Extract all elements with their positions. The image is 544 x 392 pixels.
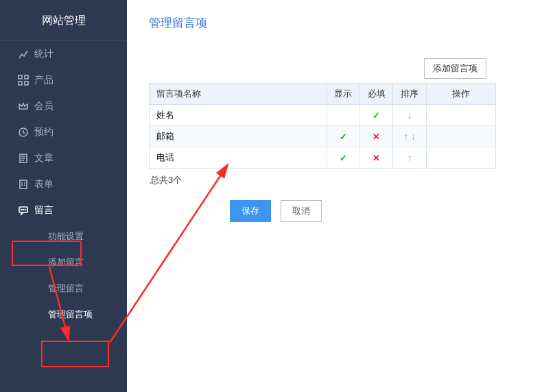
sidebar-item-stats[interactable]: 统计 xyxy=(0,41,127,67)
th-op: 操作 xyxy=(426,84,495,105)
cell-op[interactable] xyxy=(426,147,495,169)
clock-icon xyxy=(18,127,34,138)
cross-icon: ✕ xyxy=(372,132,380,142)
form-icon xyxy=(18,179,34,190)
sidebar-item-articles[interactable]: 文章 xyxy=(0,145,127,171)
add-item-button[interactable]: 添加留言项 xyxy=(424,58,486,79)
svg-point-10 xyxy=(25,210,26,210)
grid-icon xyxy=(18,75,34,86)
cell-req: ✕ xyxy=(360,126,393,147)
sidebar: 网站管理 统计 产品 会员 预约 文章 表单 xyxy=(0,0,127,392)
sidebar-item-label: 留言 xyxy=(34,204,54,217)
page-title: 管理留言项 xyxy=(149,15,530,31)
sidebar-subitem-manage-messages[interactable]: 管理留言 xyxy=(0,275,127,302)
sidebar-item-forms[interactable]: 表单 xyxy=(0,171,127,197)
sidebar-item-label: 表单 xyxy=(34,178,54,191)
sidebar-subitem-label: 功能设置 xyxy=(48,230,84,243)
sidebar-title: 网站管理 xyxy=(0,0,127,41)
sidebar-item-messages[interactable]: 留言 xyxy=(0,197,127,223)
cell-sort: ↓ xyxy=(393,105,426,126)
check-icon: ✓ xyxy=(340,132,347,142)
cancel-button[interactable]: 取消 xyxy=(281,200,322,222)
cell-op[interactable] xyxy=(426,126,495,147)
sidebar-item-members[interactable]: 会员 xyxy=(0,93,127,119)
crown-icon xyxy=(18,101,34,112)
sidebar-item-label: 产品 xyxy=(34,74,54,86)
svg-rect-1 xyxy=(25,75,28,79)
arrow-down-icon[interactable]: ↓ xyxy=(407,110,412,121)
sidebar-subitem-label: 管理留言项 xyxy=(48,308,93,321)
th-show: 显示 xyxy=(327,84,359,105)
message-icon xyxy=(18,205,34,216)
arrow-up-icon[interactable]: ↑ xyxy=(403,131,408,142)
arrow-down-icon[interactable]: ↓ xyxy=(411,131,416,142)
check-icon: ✓ xyxy=(372,110,380,121)
cell-req: ✓ xyxy=(360,105,393,126)
sidebar-item-products[interactable]: 产品 xyxy=(0,67,127,93)
th-sort: 排序 xyxy=(393,84,426,105)
cell-name: 姓名 xyxy=(150,105,327,126)
toolbar-add: 添加留言项 xyxy=(149,58,486,79)
cross-icon: ✕ xyxy=(372,153,380,163)
main-content: 管理留言项 添加留言项 留言项名称 显示 必填 排序 操作 姓名 ✓ ↓ 邮箱 xyxy=(127,0,544,392)
cell-name: 电话 xyxy=(150,147,327,169)
svg-rect-0 xyxy=(19,75,22,79)
cell-op[interactable] xyxy=(426,105,495,126)
svg-point-8 xyxy=(21,210,22,210)
summary-text: 总共3个 xyxy=(150,174,530,186)
action-buttons: 保存 取消 xyxy=(230,200,530,222)
items-table: 留言项名称 显示 必填 排序 操作 姓名 ✓ ↓ 邮箱 ✓ ✕ ↑ ↓ xyxy=(149,83,496,169)
doc-icon xyxy=(18,153,34,164)
table-row: 邮箱 ✓ ✕ ↑ ↓ xyxy=(150,126,496,147)
cell-show: ✓ xyxy=(327,147,359,169)
svg-point-9 xyxy=(23,210,24,210)
table-row: 电话 ✓ ✕ ↑ xyxy=(150,147,496,169)
chart-icon xyxy=(18,49,34,60)
table-row: 姓名 ✓ ↓ xyxy=(150,105,496,126)
sidebar-item-label: 会员 xyxy=(34,100,54,112)
cell-req: ✕ xyxy=(360,147,393,169)
svg-rect-3 xyxy=(25,82,28,85)
sidebar-subitem-label: 管理留言 xyxy=(48,282,84,295)
sidebar-item-label: 文章 xyxy=(34,152,54,164)
svg-rect-6 xyxy=(20,180,27,188)
th-name: 留言项名称 xyxy=(150,84,327,105)
sidebar-subitem-label: 添加留言 xyxy=(48,256,84,269)
cell-sort: ↑ ↓ xyxy=(393,126,426,147)
cell-name: 邮箱 xyxy=(150,126,327,147)
save-button[interactable]: 保存 xyxy=(230,200,271,222)
sidebar-subitem-add-message[interactable]: 添加留言 xyxy=(0,249,127,275)
cell-show xyxy=(327,105,359,126)
th-req: 必填 xyxy=(360,84,393,105)
sidebar-subitem-manage-items[interactable]: 管理留言项 xyxy=(0,302,127,328)
svg-rect-2 xyxy=(19,82,22,85)
check-icon: ✓ xyxy=(340,153,347,163)
sidebar-item-label: 预约 xyxy=(34,126,54,138)
cell-show: ✓ xyxy=(327,126,359,147)
sidebar-subitem-settings[interactable]: 功能设置 xyxy=(0,223,127,249)
cell-sort: ↑ xyxy=(393,147,426,169)
arrow-up-icon[interactable]: ↑ xyxy=(407,152,412,163)
sidebar-item-label: 统计 xyxy=(34,48,54,60)
sidebar-item-appointment[interactable]: 预约 xyxy=(0,119,127,145)
